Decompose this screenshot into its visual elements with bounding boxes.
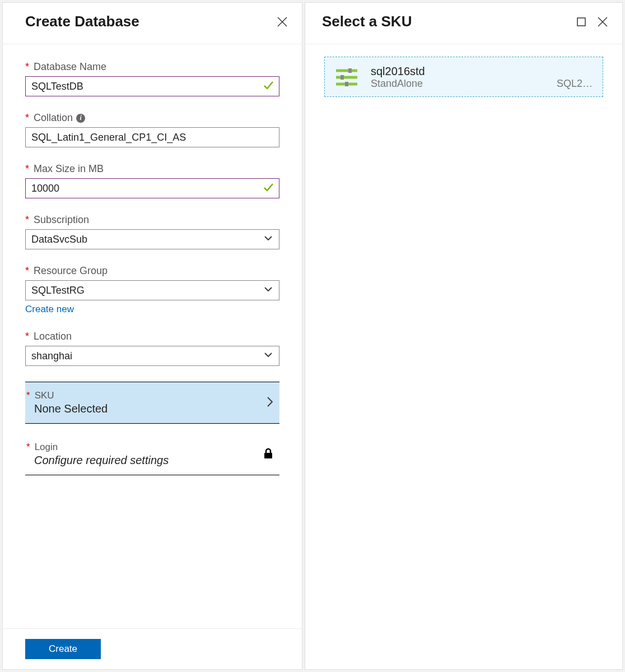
panel-header-right: Select a SKU [305,3,622,44]
label-resource-group: *Resource Group [25,265,279,277]
subscription-select[interactable]: DataSvcSub [25,229,279,249]
create-new-link[interactable]: Create new [25,304,74,315]
panel-title-right: Select a SKU [322,13,566,30]
sku-value: None Selected [34,402,266,415]
login-row[interactable]: *Login Configure required settings [25,434,279,475]
max-size-input[interactable] [25,178,279,198]
sku-row[interactable]: *SKU None Selected [25,382,279,424]
restore-icon[interactable] [575,16,587,28]
label-database-name: *Database Name [25,61,279,73]
login-value: Configure required settings [34,454,263,467]
field-location: *Location shanghai [25,331,279,366]
sliders-icon [335,66,358,89]
svg-rect-2 [264,453,272,458]
field-collation: *Collationi [25,112,279,147]
location-select[interactable]: shanghai [25,346,279,366]
database-name-input[interactable] [25,76,279,96]
lock-icon [263,447,274,462]
chevron-right-icon [266,396,274,410]
panel-header-left: Create Database [3,3,302,44]
panel-body-left: *Database Name *Collationi *Max Size in … [3,44,302,628]
label-login: *Login [34,442,263,453]
label-sku: *SKU [34,390,266,401]
create-button[interactable]: Create [25,639,101,659]
create-database-panel: Create Database *Database Name *Collatio… [2,2,302,670]
close-icon[interactable] [276,16,288,28]
panel-title-left: Create Database [25,13,267,30]
svg-rect-11 [345,82,348,86]
label-max-size: *Max Size in MB [25,163,279,175]
sku-subtitle: StandAlone [371,78,545,90]
close-icon[interactable] [596,16,609,28]
collation-input[interactable] [25,127,279,147]
checkmark-icon [263,182,274,195]
label-location: *Location [25,331,279,342]
checkmark-icon [263,80,274,93]
info-icon[interactable]: i [76,114,85,123]
panel-body-right: sql2016std StandAlone SQL2… [305,44,622,669]
sku-card[interactable]: sql2016std StandAlone SQL2… [324,57,603,97]
field-max-size: *Max Size in MB [25,163,279,198]
label-collation: *Collationi [25,112,279,124]
svg-rect-9 [341,75,344,80]
svg-rect-3 [577,18,585,26]
sku-tag: SQL2… [557,78,593,90]
panel-footer: Create [3,628,302,669]
field-subscription: *Subscription DataSvcSub [25,214,279,249]
sku-name: sql2016std [371,65,593,78]
field-resource-group: *Resource Group SQLTestRG Create new [25,265,279,315]
field-database-name: *Database Name [25,61,279,96]
svg-rect-7 [348,68,352,73]
select-sku-panel: Select a SKU sql2016std StandAlone [305,2,623,670]
resource-group-select[interactable]: SQLTestRG [25,280,279,300]
label-subscription: *Subscription [25,214,279,226]
